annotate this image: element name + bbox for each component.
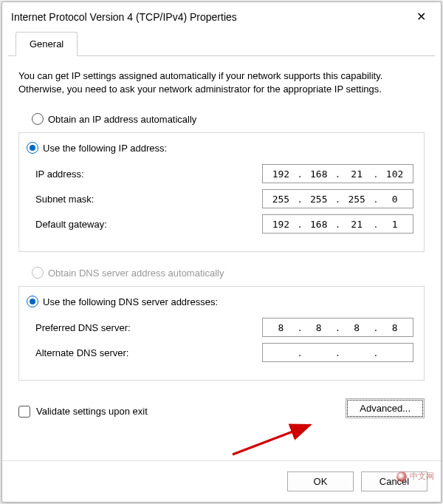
tab-content: You can get IP settings assigned automat… bbox=[2, 56, 441, 460]
tab-general[interactable]: General bbox=[16, 32, 78, 56]
preferred-dns-label: Preferred DNS server: bbox=[35, 322, 262, 333]
subnet-input[interactable]: 255. 255. 255. 0 bbox=[262, 189, 413, 208]
field-gateway: Default gateway: 192. 168. 21. 1 bbox=[30, 214, 413, 234]
checkbox-icon bbox=[18, 406, 30, 418]
dialog-buttons: OK Cancel bbox=[2, 460, 441, 502]
radio-ip-manual[interactable]: Use the following IP address: bbox=[27, 142, 171, 154]
gateway-input[interactable]: 192. 168. 21. 1 bbox=[262, 214, 413, 234]
field-alternate-dns: Alternate DNS server: . . . bbox=[30, 343, 413, 362]
radio-icon bbox=[32, 113, 44, 125]
ok-button[interactable]: OK bbox=[287, 471, 354, 491]
field-subnet-mask: Subnet mask: 255. 255. 255. 0 bbox=[30, 189, 413, 208]
validate-checkbox-row[interactable]: Validate settings upon exit bbox=[18, 406, 148, 418]
radio-icon bbox=[27, 296, 38, 307]
alternate-dns-input[interactable]: . . . bbox=[262, 343, 413, 362]
dns-group: Use the following DNS server addresses: … bbox=[18, 286, 425, 381]
watermark-text: 中文网 bbox=[410, 471, 434, 482]
advanced-button[interactable]: Advanced... bbox=[346, 398, 425, 418]
watermark: 中文网 bbox=[396, 471, 434, 482]
titlebar: Internet Protocol Version 4 (TCP/IPv4) P… bbox=[2, 2, 441, 31]
bottom-row: Validate settings upon exit Advanced... bbox=[18, 398, 425, 418]
radio-dns-manual-label: Use the following DNS server addresses: bbox=[43, 296, 218, 307]
ip-address-input[interactable]: 192. 168. 21. 102 bbox=[262, 164, 413, 183]
radio-ip-auto[interactable]: Obtain an IP address automatically bbox=[32, 113, 425, 125]
alternate-dns-label: Alternate DNS server: bbox=[35, 347, 262, 358]
ip-address-label: IP address: bbox=[35, 168, 262, 180]
preferred-dns-input[interactable]: 8. 8. 8. 8 bbox=[262, 318, 413, 337]
radio-dns-manual[interactable]: Use the following DNS server addresses: bbox=[27, 296, 222, 307]
tab-strip: General bbox=[8, 31, 435, 56]
close-icon[interactable]: ✕ bbox=[411, 8, 432, 25]
radio-ip-manual-label: Use the following IP address: bbox=[43, 143, 167, 154]
radio-dns-auto-label: Obtain DNS server address automatically bbox=[48, 268, 224, 279]
field-preferred-dns: Preferred DNS server: 8. 8. 8. 8 bbox=[30, 318, 413, 337]
php-logo-icon bbox=[396, 471, 407, 482]
ip-group: Use the following IP address: IP address… bbox=[18, 132, 425, 252]
radio-icon bbox=[27, 142, 38, 154]
dialog-window: Internet Protocol Version 4 (TCP/IPv4) P… bbox=[1, 1, 442, 503]
subnet-label: Subnet mask: bbox=[35, 194, 262, 205]
radio-icon bbox=[32, 267, 44, 279]
intro-text: You can get IP settings assigned automat… bbox=[18, 69, 425, 95]
validate-label: Validate settings upon exit bbox=[36, 406, 148, 417]
gateway-label: Default gateway: bbox=[35, 219, 262, 230]
radio-ip-auto-label: Obtain an IP address automatically bbox=[48, 114, 196, 125]
field-ip-address: IP address: 192. 168. 21. 102 bbox=[30, 164, 413, 183]
window-title: Internet Protocol Version 4 (TCP/IPv4) P… bbox=[11, 11, 237, 23]
radio-dns-auto: Obtain DNS server address automatically bbox=[32, 267, 425, 279]
